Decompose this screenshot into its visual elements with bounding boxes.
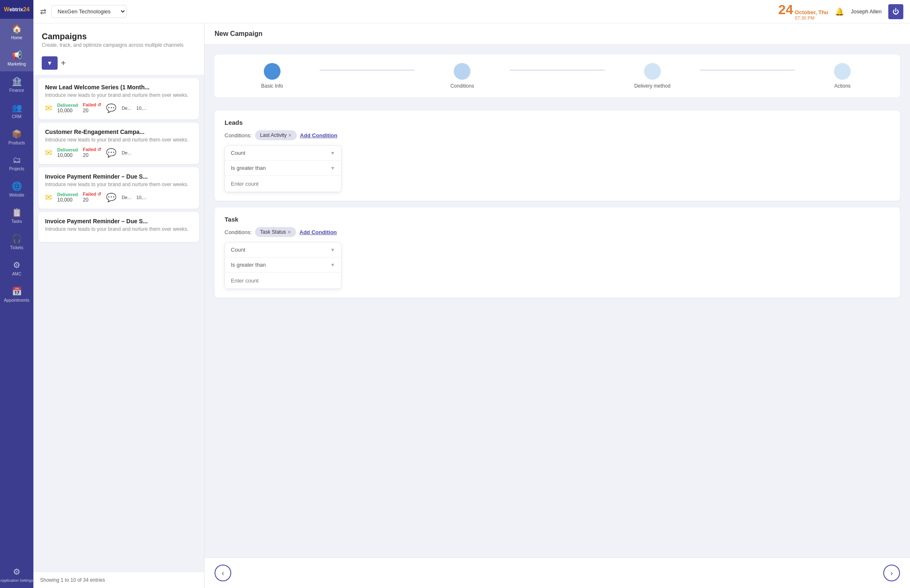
campaigns-footer: Showing 1 to 10 of 34 entries: [33, 572, 204, 588]
stat-texts-failed: Failed ↺ 20: [83, 147, 101, 158]
editor-topbar: New Campaign: [205, 23, 910, 45]
step-connector-1: [320, 70, 415, 71]
campaign-stats: ✉ Delivered 10,000 Failed ↺ 20 💬 De... 1…: [45, 192, 192, 203]
task-section: Task Conditions: Task Status × Add Condi…: [215, 207, 900, 298]
delivered-count: 10,000: [57, 197, 78, 203]
tag-remove-icon[interactable]: ×: [288, 229, 291, 235]
task-count-dropdown[interactable]: Count ▼: [225, 242, 341, 257]
bell-icon[interactable]: 🔔: [835, 7, 844, 16]
whatsapp-icon: 💬: [106, 103, 116, 113]
sidebar-item-projects[interactable]: 🗂 Projects: [0, 150, 33, 176]
pagination-info: Showing 1 to 10 of 34 entries: [40, 577, 105, 583]
sidebar-item-marketing[interactable]: 📢 Marketing: [0, 45, 33, 71]
editor-title: New Campaign: [215, 30, 263, 37]
prev-button[interactable]: ‹: [215, 565, 231, 581]
campaign-desc: Introduce new leads to your brand and nu…: [45, 182, 192, 187]
delivered-badge-right: 10,...: [136, 106, 147, 111]
sidebar-item-amc[interactable]: ⚙ AMC: [0, 255, 33, 281]
sidebar-item-label: AMC: [12, 272, 21, 276]
sidebar-item-crm[interactable]: 👥 CRM: [0, 98, 33, 124]
sidebar-item-website[interactable]: 🌐 Website: [0, 176, 33, 202]
topbar-month-time: October, Thu 07:30 PM: [795, 9, 828, 20]
sidebar-item-tickets[interactable]: 🎧 Tickets: [0, 229, 33, 255]
tag-label: Last Activity: [260, 132, 286, 138]
de-badge: De...: [121, 106, 131, 111]
brand-name: Webtrix24: [4, 6, 29, 13]
next-button[interactable]: ›: [883, 565, 900, 581]
projects-icon: 🗂: [13, 155, 21, 165]
campaign-card[interactable]: New Lead Welcome Series (1 Month... Intr…: [38, 78, 199, 119]
tag-label: Task Status: [260, 229, 286, 235]
sidebar-item-products[interactable]: 📦 Products: [0, 124, 33, 150]
sidebar-item-home[interactable]: 🏠 Home: [0, 19, 33, 45]
step-basic-info[interactable]: Basic Info: [225, 63, 320, 89]
org-selector[interactable]: NexGen Technologies: [51, 5, 126, 18]
failed-label: Failed ↺: [83, 192, 101, 197]
task-conditions-label: Conditions:: [225, 229, 252, 235]
nav-arrows: ‹ ›: [205, 558, 910, 588]
campaign-desc: Introduce new leads to your brand and nu…: [45, 226, 192, 232]
campaign-card[interactable]: Customer Re-Engagement Campa... Introduc…: [38, 123, 199, 164]
step-circle-conditions: [454, 63, 470, 80]
sidebar-item-label: Tasks: [11, 219, 22, 224]
chevron-down-icon: ▼: [330, 165, 335, 171]
topbar-time: 07:30 PM: [795, 15, 828, 20]
crm-icon: 👥: [12, 103, 22, 113]
campaign-name: New Lead Welcome Series (1 Month...: [45, 84, 192, 91]
tickets-icon: 🎧: [12, 234, 22, 244]
chevron-down-icon: ▼: [330, 262, 335, 268]
stat-texts-failed: Failed ↺ 20: [83, 192, 101, 203]
main-container: ⇄ NexGen Technologies 24 October, Thu 07…: [33, 0, 910, 588]
add-campaign-button[interactable]: +: [61, 58, 66, 68]
step-connector-3: [700, 70, 795, 71]
step-label-delivery: Delivery method: [634, 83, 670, 89]
failed-label: Failed ↺: [83, 102, 101, 108]
sidebar-item-appointments[interactable]: 📅 Appointments: [0, 281, 33, 308]
sidebar-item-label: Website: [9, 193, 24, 197]
campaign-name: Invoice Payment Reminder – Due S...: [45, 173, 192, 180]
delivered-right: 10,...: [136, 195, 147, 200]
stat-texts-failed: Failed ↺ 20: [83, 102, 101, 114]
products-icon: 📦: [12, 129, 22, 139]
step-circle-delivery: [644, 63, 661, 80]
leads-operator-dropdown[interactable]: Is greater than ▼: [225, 161, 341, 176]
count-label: Count: [231, 150, 245, 156]
add-condition-leads-button[interactable]: Add Condition: [300, 132, 338, 139]
tag-remove-icon[interactable]: ×: [288, 132, 291, 139]
step-conditions[interactable]: Conditions: [415, 63, 510, 89]
campaigns-header: Campaigns Create, track, and optimize ca…: [33, 23, 204, 51]
sidebar-item-finance[interactable]: 🏦 Finance: [0, 71, 33, 98]
sidebar-item-app-settings[interactable]: ⚙ Application Settings: [0, 562, 33, 588]
campaigns-subtitle: Create, track, and optimize campaigns ac…: [42, 42, 196, 48]
delivered-label: Delivered: [57, 192, 78, 197]
sidebar-item-label: Finance: [9, 88, 24, 93]
failed-count: 20: [83, 108, 101, 114]
leads-count-dropdown[interactable]: Count ▼: [225, 146, 341, 161]
leads-value-input[interactable]: [231, 181, 335, 187]
task-status-tag[interactable]: Task Status ×: [255, 227, 296, 237]
exchange-icon[interactable]: ⇄: [40, 7, 46, 16]
last-activity-tag[interactable]: Last Activity ×: [255, 130, 297, 140]
task-value-input[interactable]: [231, 278, 335, 284]
step-actions[interactable]: Actions: [795, 63, 890, 89]
step-label-actions: Actions: [834, 83, 850, 89]
step-delivery[interactable]: Delivery method: [605, 63, 700, 89]
power-button[interactable]: ⏻: [888, 4, 903, 19]
add-condition-task-button[interactable]: Add Condition: [299, 229, 337, 235]
failed-count: 20: [83, 152, 101, 158]
stat-texts: Delivered 10,000: [57, 192, 78, 203]
sidebar-logo: Webtrix24: [0, 0, 33, 19]
campaign-card[interactable]: Invoice Payment Reminder – Due S... Intr…: [38, 167, 199, 209]
campaign-stats: ✉ Delivered 10,000 Failed ↺ 20 💬 De...: [45, 147, 192, 158]
sidebar-item-tasks[interactable]: 📋 Tasks: [0, 202, 33, 229]
sidebar-item-label: CRM: [12, 114, 22, 119]
failed-count: 20: [83, 197, 101, 203]
filter-button[interactable]: ▼: [42, 56, 58, 70]
task-operator-dropdown[interactable]: Is greater than ▼: [225, 257, 341, 273]
de-badge: De...: [121, 195, 131, 200]
campaign-card[interactable]: Invoice Payment Reminder – Due S... Intr…: [38, 212, 199, 242]
topbar-month: October, Thu: [795, 9, 828, 15]
topbar-day: 24: [779, 3, 794, 16]
task-conditions-row: Conditions: Task Status × Add Condition: [225, 227, 890, 237]
appointments-icon: 📅: [12, 286, 22, 296]
